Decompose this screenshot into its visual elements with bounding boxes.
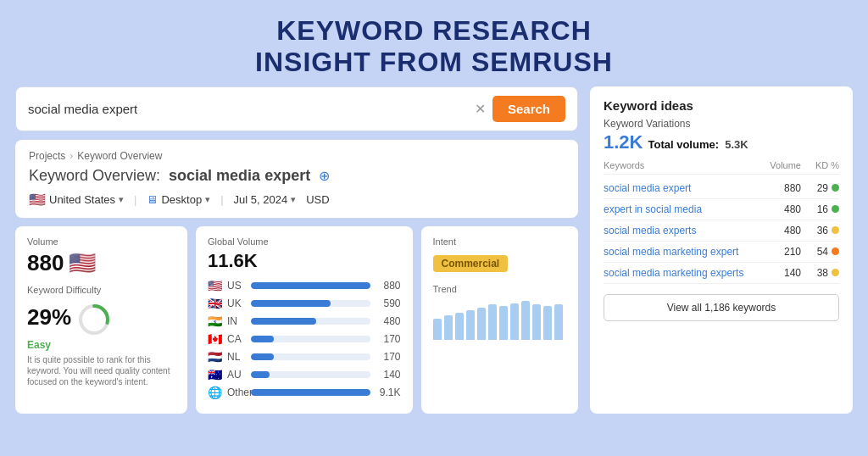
page-title-line2: INSIGHT FROM SEMRUSH — [255, 47, 613, 78]
total-label: Total volume: — [648, 138, 719, 151]
trend-bar-item — [543, 306, 552, 340]
device-label: Desktop — [161, 193, 202, 206]
global-row: 🇺🇸 US 880 — [208, 279, 401, 292]
row-bar-fill — [251, 318, 316, 325]
device-chevron: ▾ — [205, 194, 210, 205]
row-flag: 🇦🇺 — [208, 368, 222, 381]
other-row: 🌐 Other 9.1K — [208, 386, 401, 399]
kd-chart — [76, 302, 112, 337]
breadcrumb: Projects › Keyword Overview — [29, 150, 565, 162]
global-row: 🇳🇱 NL 170 — [208, 350, 401, 364]
location-filter[interactable]: 🇺🇸 United States ▾ — [29, 192, 124, 208]
row-value: 140 — [376, 369, 401, 381]
row-code: AU — [227, 369, 246, 381]
other-bar-fill — [251, 389, 370, 396]
overview-title-label: Keyword Overview: — [29, 167, 160, 184]
intent-badge: Commercial — [433, 255, 509, 272]
row-bar-bg — [251, 282, 370, 289]
col-keywords: Keywords — [604, 160, 754, 170]
intent-label: Intent — [433, 236, 567, 247]
date-label: Jul 5, 2024 — [234, 193, 288, 206]
kw-total: Total volume: 5.3K — [648, 138, 748, 151]
trend-label: Trend — [433, 284, 567, 294]
volume-kd-card: Volume 880 🇺🇸 Keyword Difficulty 29% Eas… — [15, 226, 187, 414]
row-flag: 🇬🇧 — [208, 297, 222, 310]
col-volume: Volume — [754, 160, 801, 170]
global-volume-card: Global Volume 11.6K 🇺🇸 US 880 🇬🇧 UK 590 … — [196, 226, 413, 414]
row-code: US — [227, 280, 246, 292]
kw-row-name[interactable]: expert in social media — [604, 203, 754, 215]
left-panel: ✕ Search Projects › Keyword Overview Key… — [15, 86, 578, 414]
row-bar-fill — [251, 282, 370, 289]
location-chevron: ▾ — [119, 194, 124, 205]
col-kd: KD % — [801, 160, 839, 170]
kd-description: It is quite possible to rank for this ke… — [27, 354, 175, 387]
total-value: 5.3K — [725, 138, 748, 151]
kd-value: 29% — [27, 298, 175, 337]
kw-row-name[interactable]: social media marketing expert — [604, 246, 754, 258]
row-bar-bg — [251, 371, 370, 378]
kw-rows: social media expert 880 29 expert in soc… — [604, 178, 839, 284]
row-bar-fill — [251, 336, 274, 342]
trend-bar-item — [510, 303, 519, 340]
kw-row-kd: 16 — [801, 203, 839, 215]
volume-flag: 🇺🇸 — [69, 250, 96, 276]
breadcrumb-current: Keyword Overview — [77, 150, 162, 162]
search-button[interactable]: Search — [492, 96, 565, 122]
kw-row-name[interactable]: social media expert — [604, 182, 754, 194]
kd-dot — [832, 205, 839, 213]
kw-row-kd: 36 — [801, 225, 839, 236]
kw-row-name[interactable]: social media experts — [604, 225, 754, 236]
row-bar-bg — [251, 318, 370, 325]
trend-bar-item — [466, 310, 475, 340]
breadcrumb-parent[interactable]: Projects — [29, 150, 65, 162]
add-icon[interactable]: ⊕ — [319, 169, 330, 183]
kw-count: 1.2K — [604, 131, 643, 153]
view-all-button[interactable]: View all 1,186 keywords — [604, 294, 839, 321]
volume-value: 880 🇺🇸 — [27, 250, 175, 276]
metrics-row: Volume 880 🇺🇸 Keyword Difficulty 29% Eas… — [15, 226, 578, 414]
kd-number: 29% — [27, 304, 71, 331]
volume-label: Volume — [27, 236, 175, 247]
search-bar-container: ✕ Search — [15, 86, 578, 131]
global-rows: 🇺🇸 US 880 🇬🇧 UK 590 🇮🇳 IN 480 🇨🇦 CA — [208, 279, 401, 381]
trend-bar-item — [455, 313, 464, 340]
row-bar-bg — [251, 353, 370, 360]
trend-bar-item — [521, 301, 530, 340]
keyword-ideas-panel: Keyword ideas Keyword Variations 1.2K To… — [590, 86, 853, 414]
kd-rating: Easy — [27, 339, 175, 351]
kw-table-row: expert in social media 480 16 — [604, 199, 839, 220]
variation-row: 1.2K Total volume: 5.3K — [604, 131, 839, 153]
kw-table-header: Keywords Volume KD % — [604, 160, 839, 175]
row-code: UK — [227, 298, 246, 309]
clear-button[interactable]: ✕ — [475, 101, 486, 117]
panel-title: Keyword ideas — [604, 98, 839, 113]
kd-dot — [832, 269, 839, 276]
device-filter[interactable]: 🖥 Desktop ▾ — [147, 193, 210, 206]
row-bar-fill — [251, 353, 274, 360]
kw-row-volume: 880 — [754, 182, 801, 194]
trend-bar-item — [433, 319, 442, 340]
row-bar-bg — [251, 336, 370, 342]
kw-row-volume: 480 — [754, 203, 801, 215]
section-label: Keyword Variations — [604, 118, 839, 130]
date-filter[interactable]: Jul 5, 2024 ▾ — [234, 193, 297, 206]
row-value: 590 — [376, 298, 401, 309]
volume-number: 880 — [27, 250, 64, 276]
currency-label: USD — [306, 193, 329, 206]
row-flag: 🇺🇸 — [208, 279, 222, 292]
intent-trend-card: Intent Commercial Trend — [421, 226, 579, 414]
kw-row-kd: 38 — [801, 267, 839, 279]
kw-table-row: social media marketing expert 210 54 — [604, 242, 839, 263]
date-chevron: ▾ — [291, 194, 296, 205]
kw-row-kd: 54 — [801, 246, 839, 258]
row-value: 170 — [376, 333, 401, 345]
us-flag: 🇺🇸 — [29, 192, 46, 208]
row-bar-fill — [251, 300, 331, 307]
row-flag: 🇨🇦 — [208, 332, 222, 346]
kw-row-name[interactable]: social media marketing experts — [604, 267, 754, 279]
page-title-line1: KEYWORD RESEARCH — [255, 15, 613, 47]
kw-row-volume: 210 — [754, 246, 801, 258]
search-input[interactable] — [28, 102, 468, 116]
row-code: IN — [227, 315, 246, 327]
